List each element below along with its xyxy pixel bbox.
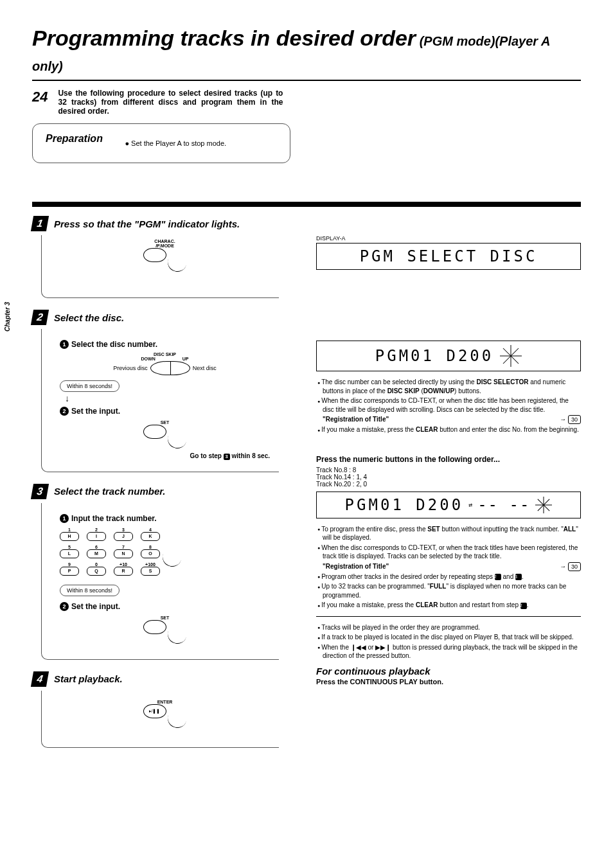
step-1-body: CHARAC. /P.MODE xyxy=(41,235,279,298)
section-divider-bar xyxy=(32,202,581,207)
lcd-display-2: PGM01 D200 xyxy=(316,341,581,371)
page-number: 24 xyxy=(32,89,51,105)
step2-sub1-title: Select the disc number. xyxy=(71,340,157,349)
step-3-body: 1Input the track number. 1H2I3J4K 5L6M7N… xyxy=(41,503,279,660)
step-3-title: Select the track number. xyxy=(54,486,165,497)
lcd-display-3: PGM01 D200 ⇄ -- -- xyxy=(316,492,581,518)
step-4-title: Start playback. xyxy=(54,673,123,684)
title-main: Programming tracks in desired order xyxy=(32,26,416,50)
step-3-number: 3 xyxy=(31,484,49,499)
press-arrow-icon-5 xyxy=(164,705,190,731)
preparation-box: Preparation ● Set the Player A to stop m… xyxy=(32,123,290,163)
step-1-number: 1 xyxy=(31,216,49,231)
lcd-display-1: PGM SELECT DISC xyxy=(316,243,581,270)
track-notes: To program the entire disc, press the SE… xyxy=(316,525,581,610)
right-column: DISPLAY-A PGM SELECT DISC PGM01 D200 The… xyxy=(316,216,581,759)
divider xyxy=(316,616,581,617)
disc-down-label: DOWN xyxy=(141,357,155,361)
disc-skip-label: DISC SKIP xyxy=(60,352,270,357)
disc-skip-rocker-icon xyxy=(150,361,190,375)
set-label: SET xyxy=(60,420,270,425)
down-arrow-icon: ↓ xyxy=(65,396,270,401)
numeric-key: 1H xyxy=(60,527,79,541)
page-ref-30: 30 xyxy=(568,415,581,424)
numeric-key: 2I xyxy=(87,527,106,541)
pmode-button-icon xyxy=(143,248,166,262)
press-numeric-heading: Press the numeric buttons in the followi… xyxy=(316,455,581,464)
numeric-key: +10R xyxy=(114,562,133,576)
step-2-title: Select the disc. xyxy=(54,312,124,323)
numeric-key: 7N xyxy=(114,545,133,558)
step-4-body: ENTER ▸/❚❚ xyxy=(41,691,279,748)
step3-sub2-num: 2 xyxy=(60,602,69,611)
enter-label: ENTER xyxy=(60,700,270,704)
page-title: Programming tracks in desired order (PGM… xyxy=(32,26,581,81)
press-arrow-icon-3 xyxy=(160,544,185,569)
starburst-icon xyxy=(500,345,522,367)
playback-notes: Tracks will be played in the order they … xyxy=(316,623,581,660)
display-a-label: DISPLAY-A xyxy=(316,235,581,242)
numeric-key: 5L xyxy=(60,545,79,558)
intro-text: Use the following procedure to select de… xyxy=(58,89,283,116)
within-8s-note-2: Within 8 seconds! xyxy=(60,585,120,596)
step-1-title: Press so that the "PGM" indicator lights… xyxy=(54,218,240,229)
preparation-item: ● Set the Player A to stop mode. xyxy=(125,139,226,147)
goto-step3-note: Go to step 3 within 8 sec. xyxy=(60,452,270,459)
registration-title-ref-2: "Registration of Title" xyxy=(323,562,389,571)
step3-sub1-num: 1 xyxy=(60,514,69,523)
disc-notes: The disc number can be selected directly… xyxy=(316,378,581,434)
numeric-key: 3J xyxy=(114,527,133,541)
track-example-8: Track No.8 : 8 xyxy=(316,466,581,474)
step2-sub2-num: 2 xyxy=(60,407,69,416)
enter-button-icon: ▸/❚❚ xyxy=(143,704,166,718)
charac-pmode-label: CHARAC. /P.MODE xyxy=(60,239,270,248)
next-disc-label: Next disc xyxy=(193,365,217,371)
disc-up-label: UP xyxy=(182,357,189,361)
within-8s-note: Within 8 seconds! xyxy=(60,380,120,392)
set-button-icon xyxy=(143,425,166,439)
numeric-key: 4K xyxy=(141,527,160,541)
numeric-key: 9P xyxy=(60,562,79,576)
numeric-key: +100S xyxy=(141,562,160,576)
left-column: Chapter 3 1 Press so that the "PGM" indi… xyxy=(32,216,297,759)
step3-sub2-title: Set the input. xyxy=(71,602,120,611)
prev-disc-label: Previous disc xyxy=(113,365,148,371)
starburst-icon-2 xyxy=(535,497,552,513)
numeric-key: 0Q xyxy=(87,562,106,576)
press-arrow-icon-4 xyxy=(164,621,190,646)
press-arrow-icon xyxy=(164,249,190,274)
step3-sub1-title: Input the track number. xyxy=(71,514,157,523)
set-label-2: SET xyxy=(60,616,270,620)
numeric-key: 6M xyxy=(87,545,106,558)
press-arrow-icon-2 xyxy=(164,426,190,451)
continuous-playback-title: For continuous playback xyxy=(316,666,581,677)
continuous-playback-text: Press the CONTINUOUS PLAY button. xyxy=(316,678,581,686)
page-ref-30-b: 30 xyxy=(568,562,581,571)
track-example-20: Track No.20 : 2, 0 xyxy=(316,481,581,488)
registration-title-ref: "Registration of Title" xyxy=(323,415,389,424)
numeric-key: 8O xyxy=(141,545,160,558)
step-2-number: 2 xyxy=(31,310,49,325)
step2-sub1-num: 1 xyxy=(60,340,69,349)
set-button-icon-2 xyxy=(143,620,166,634)
step2-sub2-title: Set the input. xyxy=(71,407,120,416)
track-example-14: Track No.14 : 1, 4 xyxy=(316,474,581,481)
numeric-keypad: 1H2I3J4K 5L6M7N8O 9P0Q+10R+100S xyxy=(60,527,270,580)
preparation-title: Preparation xyxy=(46,133,103,145)
step-4-number: 4 xyxy=(31,671,49,687)
chapter-side-label: Chapter 3 xyxy=(4,302,11,332)
step-2-body: 1Select the disc number. DISC SKIP DOWN … xyxy=(41,329,279,472)
